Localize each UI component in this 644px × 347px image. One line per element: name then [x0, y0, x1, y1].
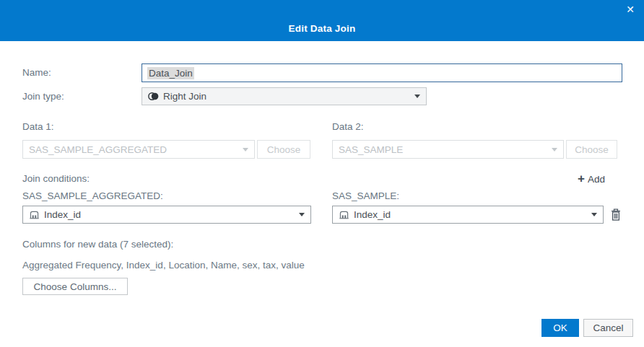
- join-type-select[interactable]: Right Join: [142, 87, 427, 105]
- measure-column-icon: [339, 209, 349, 220]
- data1-select: SAS_SAMPLE_AGGREGATED: [22, 140, 255, 159]
- name-input[interactable]: Data_Join: [142, 63, 622, 82]
- data2-value: SAS_SAMPLE: [339, 144, 403, 155]
- right-condition-label: SAS_SAMPLE:: [332, 190, 399, 201]
- name-label: Name:: [22, 67, 51, 78]
- data2-choose-button: Choose: [566, 140, 617, 159]
- chevron-down-icon: [414, 95, 420, 98]
- data1-choose-button: Choose: [257, 140, 310, 159]
- edit-data-join-dialog: Edit Data Join ✕ Name: Data_Join Join ty…: [0, 0, 644, 347]
- dialog-title: Edit Data Join: [0, 23, 644, 34]
- columns-list: Aggregated Frequency, Index_id, Location…: [22, 260, 305, 271]
- left-condition-value: Index_id: [44, 209, 81, 220]
- ok-button[interactable]: OK: [541, 319, 579, 337]
- add-condition-button[interactable]: + Add: [578, 173, 605, 185]
- data2-select: SAS_SAMPLE: [332, 140, 564, 159]
- join-conditions-label: Join conditions:: [22, 173, 90, 184]
- chevron-down-icon: [299, 213, 305, 216]
- chevron-down-icon: [552, 148, 557, 151]
- cancel-button[interactable]: Cancel: [583, 319, 633, 337]
- name-input-value: Data_Join: [147, 67, 194, 79]
- join-type-value: Right Join: [163, 91, 206, 102]
- left-condition-label: SAS_SAMPLE_AGGREGATED:: [22, 190, 163, 201]
- right-join-icon: [148, 91, 159, 102]
- dialog-header: Edit Data Join ✕: [0, 0, 644, 41]
- chevron-down-icon: [591, 213, 597, 216]
- left-condition-select[interactable]: Index_id: [22, 206, 311, 224]
- join-type-label: Join type:: [22, 91, 64, 102]
- add-label: Add: [588, 174, 605, 185]
- chevron-down-icon: [243, 148, 248, 151]
- data2-label: Data 2:: [332, 121, 364, 132]
- data1-label: Data 1:: [22, 121, 54, 132]
- choose-columns-button[interactable]: Choose Columns...: [22, 278, 128, 295]
- close-icon[interactable]: ✕: [626, 4, 635, 15]
- plus-icon: +: [578, 173, 585, 185]
- measure-column-icon: [29, 209, 40, 220]
- columns-count-label: Columns for new data (7 selected):: [22, 239, 173, 250]
- delete-condition-button[interactable]: [609, 208, 622, 221]
- right-condition-select[interactable]: Index_id: [332, 206, 604, 224]
- right-condition-value: Index_id: [354, 209, 391, 220]
- data1-value: SAS_SAMPLE_AGGREGATED: [29, 144, 167, 155]
- trash-icon: [609, 208, 622, 221]
